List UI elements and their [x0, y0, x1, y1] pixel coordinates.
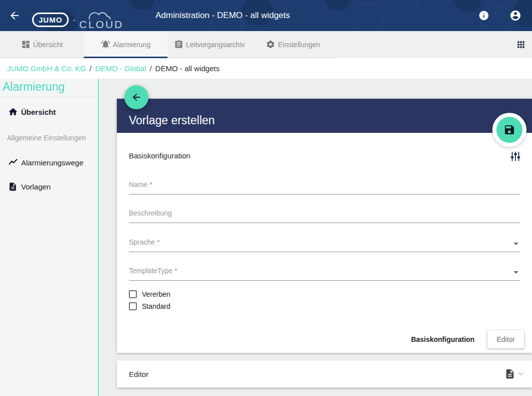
editor-section-icons [504, 368, 525, 379]
card-footer-actions: Basiskonfiguration Editor [411, 330, 524, 348]
tab-alarmierung[interactable]: Alarmierung [84, 31, 167, 58]
tab-group: Übersicht Alarmierung Leitvorgangsarchiv… [0, 31, 335, 58]
sidebar-item-label: Vorlagen [21, 182, 51, 191]
back-fab-button[interactable] [124, 85, 148, 109]
document-icon [504, 368, 515, 379]
clipboard-icon [174, 40, 184, 49]
vorlage-erstellen-card: Vorlage erstellen Basiskonfiguration [117, 99, 532, 353]
tab-label: Übersicht [33, 41, 63, 49]
home-icon [8, 107, 18, 117]
dashboard-icon [21, 40, 31, 49]
gear-icon [266, 40, 275, 49]
tab-bar: Übersicht Alarmierung Leitvorgangsarchiv… [0, 31, 532, 58]
app-header: JUMO · CLOUD Administration - DEMO - all… [0, 0, 532, 31]
arrow-back-icon [131, 92, 142, 103]
jumo-logo-pill: JUMO [32, 13, 69, 27]
card-header: Vorlage erstellen [117, 99, 532, 133]
jumo-cloud-logo: JUMO · CLOUD [32, 8, 124, 31]
line-chart-icon [8, 157, 18, 167]
sidebar-item-vorlagen[interactable]: Vorlagen [0, 180, 98, 192]
sidebar-section-label: Allgemeine Einstellungen [7, 134, 86, 142]
standard-checkbox-row[interactable]: Standard [129, 302, 170, 310]
save-fab-button[interactable] [496, 117, 522, 143]
tab-label: Alarmierung [113, 41, 150, 49]
standard-checkbox[interactable] [129, 302, 137, 310]
account-icon[interactable] [509, 10, 521, 22]
sprache-select-underline[interactable] [129, 252, 520, 252]
tab-leitvorgangsarchiv[interactable]: Leitvorgangsarchiv [167, 31, 251, 58]
breadcrumb-current: DEMO - all widgets [155, 64, 220, 73]
editor-step-button[interactable]: Editor [487, 330, 524, 348]
tune-sliders-icon[interactable] [510, 151, 521, 162]
tab-label: Leitvorgangsarchiv [186, 41, 245, 49]
editor-section-title: Editor [129, 370, 504, 378]
breadcrumb-separator: / [149, 64, 151, 73]
sidebar-item-uebersicht[interactable]: Übersicht [0, 106, 98, 118]
sidebar-content-divider [98, 79, 99, 396]
basiskonfiguration-step-button[interactable]: Basiskonfiguration [411, 335, 475, 343]
tab-uebersicht[interactable]: Übersicht [0, 31, 84, 58]
sidebar-item-alarmierungswege[interactable]: Alarmierungswege [0, 156, 98, 168]
document-icon [8, 182, 18, 191]
sidebar-title: Alarmierung [3, 80, 65, 94]
page-title: Administration - DEMO - all widgets [155, 11, 290, 21]
chevron-down-icon[interactable] [517, 370, 525, 378]
cloud-outline-icon [83, 7, 126, 20]
templatetype-dropdown-arrow-icon[interactable] [513, 271, 518, 274]
checkbox-label: Standard [142, 302, 170, 310]
bell-ringing-icon [101, 40, 110, 49]
sidebar-item-label: Alarmierungswege [21, 158, 83, 167]
checkbox-label: Vererben [142, 290, 170, 298]
templatetype-select-underline[interactable] [129, 280, 520, 281]
vererben-checkbox[interactable] [129, 290, 137, 298]
breadcrumb-link-demo-global[interactable]: DEMO - Global [95, 64, 146, 73]
beschreibung-field-underline[interactable] [129, 223, 520, 223]
logo-primary-text: JUMO [39, 16, 62, 24]
vererben-checkbox-row[interactable]: Vererben [129, 290, 170, 298]
logo-secondary-text: CLOUD [79, 19, 124, 31]
breadcrumb: JUMO GmbH & Co. KG / DEMO - Global / DEM… [0, 58, 532, 79]
back-icon[interactable] [9, 10, 21, 22]
floppy-disk-icon [503, 124, 515, 136]
tab-label: Einstellungen [278, 41, 320, 49]
sprache-dropdown-arrow-icon[interactable] [513, 243, 518, 245]
breadcrumb-separator: / [90, 64, 92, 73]
tab-einstellungen[interactable]: Einstellungen [251, 31, 335, 58]
name-field-underline[interactable] [129, 194, 520, 194]
info-icon[interactable] [478, 10, 489, 21]
sidebar-item-label: Übersicht [21, 108, 56, 116]
sidebar: Alarmierung Übersicht Allgemeine Einstel… [0, 79, 98, 396]
name-field[interactable]: Name * [129, 180, 152, 188]
sidebar-divider [0, 97, 98, 97]
templatetype-select[interactable]: TemplateType * [129, 267, 178, 275]
save-fab-ring [492, 113, 526, 147]
app-root: JUMO · CLOUD Administration - DEMO - all… [0, 0, 532, 396]
section-title: Basiskonfiguration [129, 151, 191, 160]
apps-grid-icon[interactable] [516, 40, 526, 50]
sprache-select[interactable]: Sprache * [129, 238, 159, 246]
card-title: Vorlage erstellen [129, 114, 215, 127]
cloud-logo: CLOUD [79, 8, 124, 31]
beschreibung-field[interactable]: Beschreibung [129, 209, 172, 217]
logo-separator-dot: · [72, 14, 76, 26]
breadcrumb-link-company[interactable]: JUMO GmbH & Co. KG [7, 64, 86, 73]
editor-section-card[interactable]: Editor [117, 360, 532, 387]
